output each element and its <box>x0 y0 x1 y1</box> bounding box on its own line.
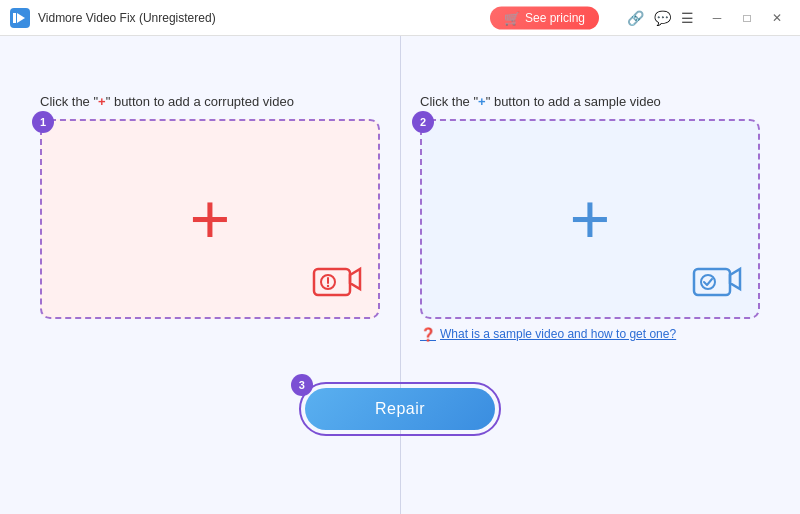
right-plus-text: + <box>478 94 486 109</box>
repair-button[interactable]: Repair <box>305 388 495 430</box>
app-title: Vidmore Video Fix (Unregistered) <box>38 11 567 25</box>
sample-camera-icon <box>690 259 742 299</box>
app-logo <box>10 8 30 28</box>
svg-marker-9 <box>730 269 740 289</box>
step-badge-2: 2 <box>412 111 434 133</box>
sample-video-drop-zone[interactable]: 2 + <box>420 119 760 319</box>
title-bar: Vidmore Video Fix (Unregistered) 🛒 See p… <box>0 0 800 36</box>
left-panel-wrapper: Click the "+" button to add a corrupted … <box>40 94 380 319</box>
link-icon[interactable]: 🔗 <box>627 10 644 26</box>
plus-icon-left: + <box>190 184 231 254</box>
plus-icon-right: + <box>570 184 611 254</box>
svg-rect-8 <box>694 269 730 295</box>
help-circle-icon: ❓ <box>420 327 436 342</box>
svg-rect-2 <box>13 13 16 23</box>
close-button[interactable]: ✕ <box>764 5 790 31</box>
svg-rect-3 <box>314 269 350 295</box>
step-badge-1: 1 <box>32 111 54 133</box>
right-panel-label: Click the "+" button to add a sample vid… <box>420 94 661 109</box>
vertical-divider <box>400 36 401 514</box>
chat-icon[interactable]: 💬 <box>654 10 671 26</box>
cart-icon: 🛒 <box>504 10 520 25</box>
help-link-text: What is a sample video and how to get on… <box>440 327 676 341</box>
corrupted-camera-icon <box>310 259 362 299</box>
sample-video-help-link[interactable]: ❓ What is a sample video and how to get … <box>420 327 676 342</box>
maximize-button[interactable]: □ <box>734 5 760 31</box>
step-badge-3: 3 <box>291 374 313 396</box>
corrupted-video-drop-zone[interactable]: 1 + <box>40 119 380 319</box>
main-content: Click the "+" button to add a corrupted … <box>0 36 800 514</box>
repair-button-wrapper: 3 Repair <box>299 382 501 436</box>
left-panel-label: Click the "+" button to add a corrupted … <box>40 94 294 109</box>
see-pricing-label: See pricing <box>525 11 585 25</box>
menu-icon[interactable]: ☰ <box>681 10 694 26</box>
repair-section: 3 Repair <box>299 382 501 436</box>
minimize-button[interactable]: ─ <box>704 5 730 31</box>
right-panel-wrapper: Click the "+" button to add a sample vid… <box>420 94 760 342</box>
see-pricing-button[interactable]: 🛒 See pricing <box>490 6 599 29</box>
left-plus-text: + <box>98 94 106 109</box>
svg-marker-4 <box>350 269 360 289</box>
svg-point-7 <box>327 285 329 287</box>
window-controls: ─ □ ✕ <box>704 5 790 31</box>
